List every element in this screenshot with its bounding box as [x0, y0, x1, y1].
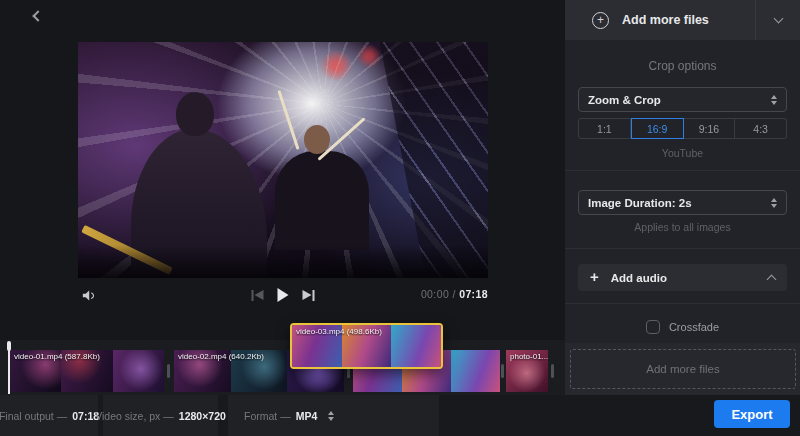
clip-divider: [501, 364, 504, 378]
section-divider: [565, 303, 800, 304]
add-more-files-button[interactable]: + Add more files: [565, 0, 755, 40]
playback-controls: 00:00 / 07:18: [78, 284, 488, 306]
time-display: 00:00 / 07:18: [421, 288, 488, 300]
timeline-clip-photo-01[interactable]: photo-01...: [506, 350, 548, 392]
clip-label: video-02.mp4 (640.2Kb): [178, 352, 264, 361]
collapse-panel-button[interactable]: [756, 0, 800, 40]
speaker-icon: [80, 287, 97, 304]
sidebar-dropzone-strip: Add more files: [565, 343, 800, 395]
timeline-clip-video-01[interactable]: video-01.mp4 (587.8Kb): [10, 350, 164, 392]
format-label: Format —: [244, 410, 291, 422]
clip-thumbnail: [113, 350, 164, 392]
export-button[interactable]: Export: [714, 400, 790, 428]
video-editor-app: 00:00 / 07:18 + Add more files Crop opti…: [0, 0, 800, 436]
crop-mode-value: Zoom & Crop: [588, 94, 771, 106]
crop-options-title: Crop options: [565, 59, 800, 73]
crop-mode-select[interactable]: Zoom & Crop: [578, 87, 787, 112]
final-output-label: Final output —: [0, 410, 67, 422]
back-button[interactable]: [26, 4, 50, 28]
settings-sidebar: + Add more files Crop options Zoom & Cro…: [565, 0, 800, 436]
volume-button[interactable]: [78, 285, 98, 305]
clip-label: photo-01...: [510, 352, 548, 361]
plus-circle-icon: +: [592, 12, 609, 29]
clip-thumbnail: [451, 350, 500, 392]
clip-label: video-01.mp4 (587.8Kb): [14, 352, 100, 361]
crossfade-label: Crossfade: [669, 321, 719, 333]
drummer-head: [304, 125, 330, 154]
time-total: 07:18: [459, 288, 488, 300]
format-select[interactable]: Format — MP4: [228, 395, 439, 436]
clip-label: video-03.mp4 (498.6Kb): [296, 327, 382, 336]
timeline-clip-video-03-dragged[interactable]: video-03.mp4 (498.6Kb): [290, 323, 443, 369]
select-arrows-icon: [771, 198, 777, 208]
aspect-ratio-4-3[interactable]: 4:3: [735, 118, 787, 139]
time-current: 00:00: [421, 288, 449, 300]
footer-bar: Final output — 07:18 Video size, px — 12…: [0, 395, 800, 436]
aspect-ratio-9-16[interactable]: 9:16: [684, 118, 736, 139]
format-value: MP4: [296, 410, 318, 422]
add-audio-label: Add audio: [611, 272, 756, 284]
skip-back-icon: [252, 290, 264, 301]
clip-divider: [167, 364, 170, 378]
section-divider: [565, 170, 800, 171]
crossfade-option: Crossfade: [565, 320, 800, 334]
image-duration-hint: Applies to all images: [565, 221, 800, 233]
stage-floor-shadow: [78, 245, 488, 278]
guitarist-head: [176, 92, 214, 136]
final-output-info: Final output — 07:18: [0, 395, 98, 436]
aspect-ratio-group: 1:1 16:9 9:16 4:3: [578, 118, 787, 139]
timeline-add-more-files-dropzone[interactable]: Add more files: [570, 349, 796, 389]
sidebar-header: + Add more files: [565, 0, 800, 40]
video-preview: [78, 42, 488, 278]
video-size-info: Video size, px — 1280×720: [103, 395, 218, 436]
aspect-ratio-16-9[interactable]: 16:9: [631, 118, 684, 139]
transport-controls: [252, 284, 315, 306]
chevron-left-icon: [32, 10, 43, 21]
crossfade-checkbox[interactable]: [646, 320, 660, 334]
add-more-files-label: Add more files: [622, 13, 709, 27]
clip-thumbnail: [391, 325, 441, 367]
image-duration-select[interactable]: Image Duration: 2s: [578, 190, 787, 215]
time-separator: /: [452, 288, 455, 300]
platform-hint: YouTube: [565, 147, 800, 159]
plus-icon: +: [590, 268, 599, 285]
section-divider: [565, 248, 800, 249]
previous-clip-button[interactable]: [252, 290, 264, 301]
chevron-up-icon: [767, 274, 777, 284]
select-arrows-icon: [328, 411, 334, 421]
add-audio-button[interactable]: + Add audio: [578, 264, 787, 291]
play-button[interactable]: [278, 288, 289, 302]
chevron-down-icon: [773, 14, 783, 24]
image-duration-value: Image Duration: 2s: [588, 197, 771, 209]
aspect-ratio-1-1[interactable]: 1:1: [578, 118, 631, 139]
drummer-silhouette: [275, 151, 369, 250]
select-arrows-icon: [771, 95, 777, 105]
video-size-value: 1280×720: [179, 410, 226, 422]
video-size-label: Video size, px —: [95, 410, 174, 422]
play-icon: [278, 288, 289, 302]
timeline-playhead[interactable]: [6, 340, 12, 395]
playhead-handle: [7, 341, 12, 351]
skip-forward-icon: [303, 290, 315, 301]
timeline: video-01.mp4 (587.8Kb) video-02.mp4 (640…: [0, 340, 565, 395]
next-clip-button[interactable]: [303, 290, 315, 301]
clip-divider: [551, 364, 554, 378]
